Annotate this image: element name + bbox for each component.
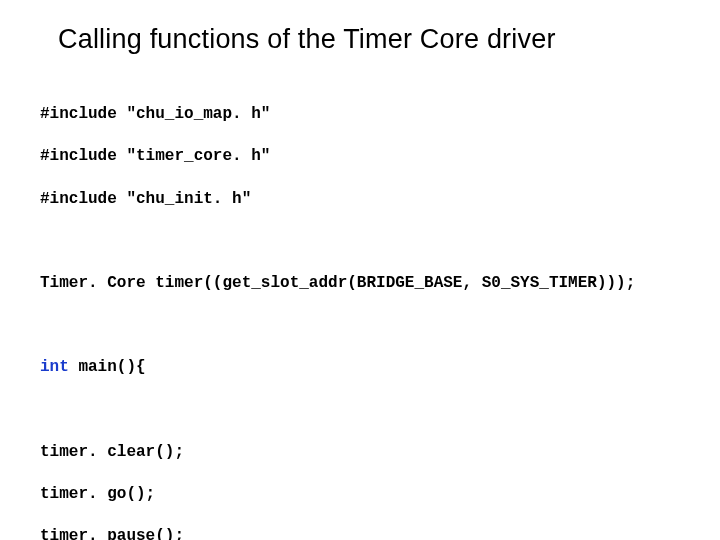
code-line-clear: timer. clear();	[40, 442, 680, 463]
code-line-go: timer. go();	[40, 484, 680, 505]
blank-line	[40, 231, 680, 252]
object-expr: timer((get_slot_addr(BRIDGE_BASE, S0_SYS…	[155, 274, 635, 292]
include-line-3: #include "chu_init. h"	[40, 189, 680, 210]
include-file: "chu_io_map. h"	[117, 105, 271, 123]
blank-line	[40, 315, 680, 336]
include-file: "timer_core. h"	[117, 147, 271, 165]
include-line-1: #include "chu_io_map. h"	[40, 104, 680, 125]
include-file: "chu_init. h"	[117, 190, 251, 208]
code-block: #include "chu_io_map. h" #include "timer…	[40, 83, 680, 540]
include-line-2: #include "timer_core. h"	[40, 146, 680, 167]
blank-line	[40, 400, 680, 421]
object-decl-line: Timer. Core timer((get_slot_addr(BRIDGE_…	[40, 273, 680, 294]
keyword-int: int	[40, 358, 78, 376]
slide-title: Calling functions of the Timer Core driv…	[58, 24, 680, 55]
slide: Calling functions of the Timer Core driv…	[0, 0, 720, 540]
type-name: Timer. Core	[40, 274, 155, 292]
main-signature-line: int main(){	[40, 357, 680, 378]
include-keyword: #include	[40, 105, 117, 123]
main-signature: main(){	[78, 358, 145, 376]
code-line-pause: timer. pause();	[40, 526, 680, 540]
include-keyword: #include	[40, 147, 117, 165]
include-keyword: #include	[40, 190, 117, 208]
